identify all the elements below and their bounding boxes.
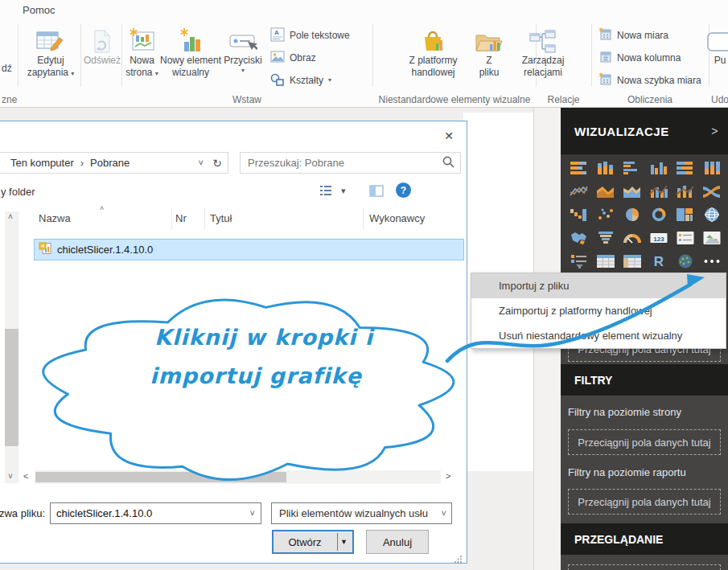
visual-hundred-stacked-bar-chart-icon[interactable] xyxy=(672,156,698,179)
group-label-external: zne xyxy=(2,94,17,105)
visual-ribbon-chart-icon[interactable] xyxy=(698,179,725,203)
visual-scatter-chart-icon[interactable] xyxy=(592,203,619,226)
menu-item-2[interactable]: Zaimportuj z platformy handlowej xyxy=(471,298,726,323)
visual-slicer-icon[interactable] xyxy=(566,249,592,273)
column-header-nr[interactable]: Nr xyxy=(175,212,187,224)
cancel-button-label: Anuluj xyxy=(383,536,412,548)
filetype-select[interactable]: Pliki elementów wizualnych usłu ˅ xyxy=(271,502,452,524)
visual-stacked-column-chart-icon[interactable] xyxy=(592,156,619,179)
visual-line-and-stacked-column-chart-icon[interactable] xyxy=(672,179,698,203)
nav-scrollbar-thumb[interactable] xyxy=(5,329,19,446)
visual-line-chart-icon[interactable] xyxy=(566,179,592,203)
filters-section: Filtry na poziomie strony Przeciągnij po… xyxy=(561,396,728,523)
address-bar[interactable]: Ten komputer › Pobrane ˅ ↻ xyxy=(0,152,228,174)
collapse-pane-chevron-icon[interactable]: > xyxy=(711,125,718,137)
menu-item-1[interactable]: Importuj z pliku xyxy=(471,273,726,298)
close-icon[interactable]: ✕ xyxy=(438,128,459,144)
visual-pie-chart-icon[interactable] xyxy=(619,203,645,226)
manage-relationships-button[interactable]: Zarządzaj relacjami xyxy=(513,22,573,91)
browse-section xyxy=(561,555,728,570)
menu-item-3[interactable]: Usuń niestandardowy element wizualny xyxy=(471,323,726,348)
address-dropdown-icon[interactable]: ˅ xyxy=(199,158,204,167)
visual-line-and-clustered-column-chart-icon[interactable] xyxy=(645,179,672,203)
clipped-ribbon-button[interactable]: dź xyxy=(2,63,12,74)
new-visual-button[interactable]: Nowy element wizualny xyxy=(162,22,220,91)
new-column-button[interactable]: Nowa kolumna xyxy=(598,48,681,68)
list-hscrollbar-thumb[interactable] xyxy=(35,472,286,482)
open-split-arrow-icon[interactable]: ▼ xyxy=(340,538,348,546)
nav-scrollbar[interactable]: ˄ ˅ xyxy=(5,211,19,483)
visuals-gallery: 123R xyxy=(566,156,725,273)
from-marketplace-label: Z platformy xyxy=(409,55,457,67)
edit-queries-icon xyxy=(36,24,65,55)
visual-more-options-icon[interactable] xyxy=(698,249,725,273)
new-folder-button[interactable]: y folder xyxy=(1,186,35,198)
new-measure-button[interactable]: Nowa miara xyxy=(598,26,668,45)
scroll-right-icon[interactable]: ˃ xyxy=(446,472,450,481)
visual-clustered-column-chart-icon[interactable] xyxy=(645,156,672,179)
page-filters-drop-well[interactable]: Przeciągnij pola danych tutaj xyxy=(568,429,721,455)
text-box-button[interactable]: A Pole tekstowe xyxy=(270,26,350,45)
filename-combobox: ˅ xyxy=(50,502,261,524)
breadcrumb-root[interactable]: Ten komputer xyxy=(10,157,74,169)
visual-stacked-bar-chart-icon[interactable] xyxy=(566,156,592,179)
dropdown-caret-icon: ▾ xyxy=(328,76,331,84)
group-label-insert: Wstaw xyxy=(201,94,293,105)
filename-input[interactable] xyxy=(56,507,241,519)
visual-hundred-stacked-column-chart-icon[interactable] xyxy=(698,156,725,179)
list-hscrollbar[interactable] xyxy=(35,470,441,484)
publish-button[interactable]: Pu xyxy=(701,22,728,91)
from-marketplace-label2: handlowej xyxy=(411,67,454,79)
browse-drop-well[interactable] xyxy=(568,564,721,570)
visual-treemap-icon[interactable] xyxy=(672,203,698,226)
visual-area-chart-icon[interactable] xyxy=(592,179,619,203)
from-marketplace-button[interactable]: Z platformy handlowej xyxy=(397,22,469,91)
tab-pomoc[interactable]: Pomoc xyxy=(23,4,55,16)
visual-kpi-icon[interactable] xyxy=(698,226,725,249)
visual-stacked-area-chart-icon[interactable] xyxy=(619,179,645,203)
view-mode-caret-icon[interactable]: ▾ xyxy=(341,187,346,195)
visual-card-icon[interactable]: 123 xyxy=(645,226,672,249)
buttons-button[interactable]: Przyciski ▾ xyxy=(219,22,267,91)
breadcrumb-current[interactable]: Pobrane xyxy=(90,157,130,169)
visual-matrix-icon[interactable] xyxy=(619,249,645,273)
new-quick-measure-button[interactable]: Nowa szybka miara xyxy=(598,71,701,90)
view-mode-icon[interactable] xyxy=(318,182,334,201)
column-divider[interactable] xyxy=(171,208,172,229)
from-file-button[interactable]: Z pliku xyxy=(470,22,508,91)
visual-gauge-icon[interactable] xyxy=(619,226,645,249)
visual-donut-chart-icon[interactable] xyxy=(645,203,672,226)
file-row-selected[interactable]: chicletSlicer.1.4.10.0 xyxy=(34,239,464,260)
report-filters-drop-well[interactable]: Przeciągnij pola danych tutaj xyxy=(568,489,721,515)
shapes-button[interactable]: Kształty ▾ xyxy=(270,71,331,90)
scroll-up-icon[interactable]: ˄ xyxy=(8,212,13,221)
refresh-icon[interactable]: ↻ xyxy=(212,157,222,170)
resize-grip-icon[interactable] xyxy=(454,554,463,564)
new-page-button[interactable]: Nowa strona ▾ xyxy=(122,22,162,91)
visual-clustered-bar-chart-icon[interactable] xyxy=(619,156,645,179)
visual-waterfall-chart-icon[interactable] xyxy=(566,203,592,226)
column-header-nazwa[interactable]: Nazwa xyxy=(39,212,71,224)
refresh-button[interactable]: Odśwież xyxy=(83,22,121,91)
visual-multi-row-card-icon[interactable] xyxy=(672,226,698,249)
visual-table-icon[interactable] xyxy=(592,249,619,273)
scroll-left-icon[interactable]: ˂ xyxy=(23,472,28,481)
cancel-button[interactable]: Anuluj xyxy=(366,530,429,554)
visual-r-script-visual-icon[interactable]: R xyxy=(645,249,672,273)
column-divider[interactable] xyxy=(204,208,205,229)
preview-pane-icon[interactable] xyxy=(368,182,385,201)
filename-dropdown-icon[interactable]: ˅ xyxy=(250,509,255,518)
visual-filled-map-icon[interactable] xyxy=(566,226,592,249)
scroll-down-icon[interactable]: ˅ xyxy=(8,472,13,481)
column-header-wykonawcy[interactable]: Wykonawcy xyxy=(369,212,464,224)
open-button[interactable]: Otwórz ▼ xyxy=(272,530,354,554)
image-button[interactable]: Obraz xyxy=(270,48,316,68)
search-input[interactable] xyxy=(248,157,441,169)
visual-arcgis-map-icon[interactable] xyxy=(672,249,698,273)
visual-funnel-icon[interactable] xyxy=(592,226,619,249)
visual-map-icon[interactable] xyxy=(698,203,725,226)
column-divider[interactable] xyxy=(363,208,364,229)
edit-queries-button[interactable]: Edytuj zapytania ▾ xyxy=(19,22,82,91)
help-icon[interactable]: ? xyxy=(396,182,411,198)
column-header-tytul[interactable]: Tytuł xyxy=(210,212,232,224)
